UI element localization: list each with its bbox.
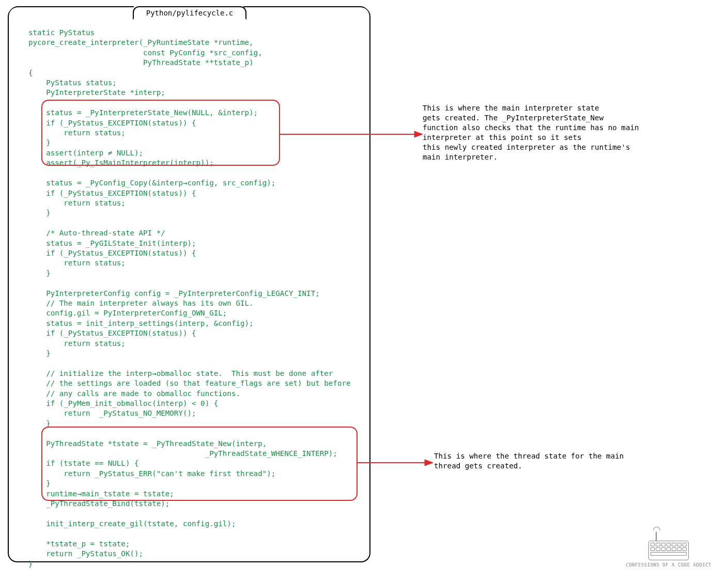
highlight-box-1 <box>41 100 280 166</box>
svg-marker-1 <box>414 131 423 137</box>
arrow-1 <box>280 128 425 144</box>
watermark-logo: CONFESSIONS OF A CODE ADDICT <box>626 532 711 568</box>
filename-tab: Python/pylifecycle.c <box>133 6 246 20</box>
annotation-1: This is where the main interpreter state… <box>423 103 727 162</box>
svg-marker-3 <box>425 460 433 466</box>
box-border-left <box>9 6 134 15</box>
arrow-2 <box>358 456 435 472</box>
annotation-2: This is where the thread state for the m… <box>434 451 682 471</box>
antenna-icon <box>656 532 657 541</box>
logo-caption: CONFESSIONS OF A CODE ADDICT <box>626 562 711 568</box>
box-border-right <box>243 6 369 15</box>
keyboard-icon <box>648 541 689 560</box>
highlight-box-2 <box>41 427 358 501</box>
